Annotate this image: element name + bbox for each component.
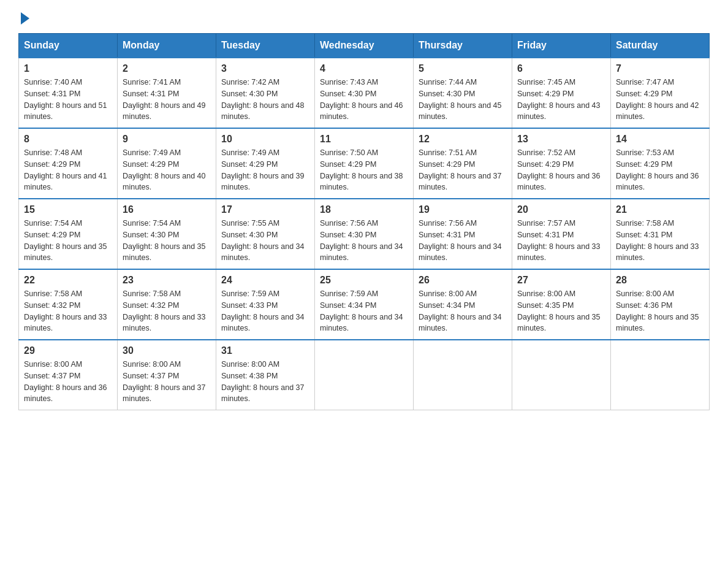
day-info: Sunrise: 7:55 AMSunset: 4:30 PMDaylight:… bbox=[221, 219, 305, 262]
day-info: Sunrise: 8:00 AMSunset: 4:37 PMDaylight:… bbox=[123, 360, 206, 403]
calendar-cell: 17Sunrise: 7:55 AMSunset: 4:30 PMDayligh… bbox=[216, 199, 315, 269]
day-info: Sunrise: 7:40 AMSunset: 4:31 PMDaylight:… bbox=[24, 78, 107, 121]
day-info: Sunrise: 7:53 AMSunset: 4:29 PMDaylight:… bbox=[616, 148, 699, 191]
day-number: 2 bbox=[123, 63, 211, 74]
calendar-cell: 3Sunrise: 7:42 AMSunset: 4:30 PMDaylight… bbox=[216, 58, 315, 128]
day-info: Sunrise: 7:49 AMSunset: 4:29 PMDaylight:… bbox=[221, 148, 305, 191]
calendar-cell: 6Sunrise: 7:45 AMSunset: 4:29 PMDaylight… bbox=[512, 58, 611, 128]
calendar-cell: 26Sunrise: 8:00 AMSunset: 4:34 PMDayligh… bbox=[414, 269, 512, 340]
calendar-cell bbox=[611, 340, 710, 410]
calendar-cell: 21Sunrise: 7:58 AMSunset: 4:31 PMDayligh… bbox=[611, 199, 710, 269]
day-info: Sunrise: 7:58 AMSunset: 4:32 PMDaylight:… bbox=[24, 289, 107, 332]
header-tuesday: Tuesday bbox=[216, 34, 315, 58]
day-info: Sunrise: 7:59 AMSunset: 4:34 PMDaylight:… bbox=[320, 289, 403, 332]
day-number: 7 bbox=[616, 63, 704, 74]
day-number: 22 bbox=[24, 275, 112, 286]
day-number: 18 bbox=[320, 204, 408, 215]
day-number: 19 bbox=[419, 204, 507, 215]
day-number: 9 bbox=[123, 134, 211, 145]
day-number: 17 bbox=[221, 204, 309, 215]
day-info: Sunrise: 7:49 AMSunset: 4:29 PMDaylight:… bbox=[123, 148, 206, 191]
calendar-week-row: 8Sunrise: 7:48 AMSunset: 4:29 PMDaylight… bbox=[19, 128, 710, 199]
calendar-week-row: 22Sunrise: 7:58 AMSunset: 4:32 PMDayligh… bbox=[19, 269, 710, 340]
day-number: 28 bbox=[616, 275, 704, 286]
calendar-cell: 29Sunrise: 8:00 AMSunset: 4:37 PMDayligh… bbox=[19, 340, 118, 410]
header-friday: Friday bbox=[512, 34, 611, 58]
calendar-cell: 1Sunrise: 7:40 AMSunset: 4:31 PMDaylight… bbox=[19, 58, 118, 128]
calendar-cell: 9Sunrise: 7:49 AMSunset: 4:29 PMDaylight… bbox=[118, 128, 216, 199]
calendar-cell: 5Sunrise: 7:44 AMSunset: 4:30 PMDaylight… bbox=[414, 58, 512, 128]
calendar-cell: 11Sunrise: 7:50 AMSunset: 4:29 PMDayligh… bbox=[315, 128, 414, 199]
calendar-cell: 14Sunrise: 7:53 AMSunset: 4:29 PMDayligh… bbox=[611, 128, 710, 199]
calendar-cell: 30Sunrise: 8:00 AMSunset: 4:37 PMDayligh… bbox=[118, 340, 216, 410]
day-number: 8 bbox=[24, 134, 112, 145]
day-info: Sunrise: 7:42 AMSunset: 4:30 PMDaylight:… bbox=[221, 78, 305, 121]
day-number: 3 bbox=[221, 63, 309, 74]
day-number: 23 bbox=[123, 275, 211, 286]
calendar-week-row: 1Sunrise: 7:40 AMSunset: 4:31 PMDaylight… bbox=[19, 58, 710, 128]
day-info: Sunrise: 7:44 AMSunset: 4:30 PMDaylight:… bbox=[419, 78, 502, 121]
day-number: 25 bbox=[320, 275, 408, 286]
calendar-table: SundayMondayTuesdayWednesdayThursdayFrid… bbox=[18, 33, 710, 410]
day-number: 24 bbox=[221, 275, 309, 286]
logo-general-text bbox=[18, 12, 29, 25]
day-number: 26 bbox=[419, 275, 507, 286]
day-number: 14 bbox=[616, 134, 704, 145]
day-info: Sunrise: 7:56 AMSunset: 4:31 PMDaylight:… bbox=[419, 219, 502, 262]
calendar-cell: 25Sunrise: 7:59 AMSunset: 4:34 PMDayligh… bbox=[315, 269, 414, 340]
calendar-cell: 19Sunrise: 7:56 AMSunset: 4:31 PMDayligh… bbox=[414, 199, 512, 269]
calendar-cell bbox=[414, 340, 512, 410]
header-sunday: Sunday bbox=[19, 34, 118, 58]
calendar-cell: 4Sunrise: 7:43 AMSunset: 4:30 PMDaylight… bbox=[315, 58, 414, 128]
day-info: Sunrise: 7:51 AMSunset: 4:29 PMDaylight:… bbox=[419, 148, 502, 191]
day-info: Sunrise: 7:50 AMSunset: 4:29 PMDaylight:… bbox=[320, 148, 403, 191]
day-info: Sunrise: 7:47 AMSunset: 4:29 PMDaylight:… bbox=[616, 78, 699, 121]
day-info: Sunrise: 7:59 AMSunset: 4:33 PMDaylight:… bbox=[221, 289, 305, 332]
header-monday: Monday bbox=[118, 34, 216, 58]
day-info: Sunrise: 7:56 AMSunset: 4:30 PMDaylight:… bbox=[320, 219, 403, 262]
day-number: 5 bbox=[419, 63, 507, 74]
logo-arrow-icon bbox=[21, 12, 29, 25]
calendar-cell: 15Sunrise: 7:54 AMSunset: 4:29 PMDayligh… bbox=[19, 199, 118, 269]
calendar-cell: 31Sunrise: 8:00 AMSunset: 4:38 PMDayligh… bbox=[216, 340, 315, 410]
day-number: 10 bbox=[221, 134, 309, 145]
calendar-cell: 7Sunrise: 7:47 AMSunset: 4:29 PMDaylight… bbox=[611, 58, 710, 128]
day-info: Sunrise: 7:48 AMSunset: 4:29 PMDaylight:… bbox=[24, 148, 107, 191]
day-number: 29 bbox=[24, 345, 112, 356]
day-info: Sunrise: 8:00 AMSunset: 4:38 PMDaylight:… bbox=[221, 360, 305, 403]
header-thursday: Thursday bbox=[414, 34, 512, 58]
calendar-cell: 28Sunrise: 8:00 AMSunset: 4:36 PMDayligh… bbox=[611, 269, 710, 340]
calendar-cell: 12Sunrise: 7:51 AMSunset: 4:29 PMDayligh… bbox=[414, 128, 512, 199]
day-number: 1 bbox=[24, 63, 112, 74]
calendar-cell: 23Sunrise: 7:58 AMSunset: 4:32 PMDayligh… bbox=[118, 269, 216, 340]
calendar-week-row: 15Sunrise: 7:54 AMSunset: 4:29 PMDayligh… bbox=[19, 199, 710, 269]
day-number: 15 bbox=[24, 204, 112, 215]
calendar-cell: 10Sunrise: 7:49 AMSunset: 4:29 PMDayligh… bbox=[216, 128, 315, 199]
day-info: Sunrise: 8:00 AMSunset: 4:36 PMDaylight:… bbox=[616, 289, 699, 332]
calendar-cell: 20Sunrise: 7:57 AMSunset: 4:31 PMDayligh… bbox=[512, 199, 611, 269]
day-number: 31 bbox=[221, 345, 309, 356]
day-info: Sunrise: 7:43 AMSunset: 4:30 PMDaylight:… bbox=[320, 78, 403, 121]
calendar-cell: 22Sunrise: 7:58 AMSunset: 4:32 PMDayligh… bbox=[19, 269, 118, 340]
day-info: Sunrise: 7:57 AMSunset: 4:31 PMDaylight:… bbox=[517, 219, 601, 262]
calendar-cell: 24Sunrise: 7:59 AMSunset: 4:33 PMDayligh… bbox=[216, 269, 315, 340]
calendar-cell bbox=[315, 340, 414, 410]
day-info: Sunrise: 7:54 AMSunset: 4:30 PMDaylight:… bbox=[123, 219, 206, 262]
day-number: 6 bbox=[517, 63, 605, 74]
calendar-cell: 8Sunrise: 7:48 AMSunset: 4:29 PMDaylight… bbox=[19, 128, 118, 199]
page-header bbox=[18, 12, 710, 21]
day-number: 13 bbox=[517, 134, 605, 145]
day-number: 11 bbox=[320, 134, 408, 145]
day-info: Sunrise: 7:52 AMSunset: 4:29 PMDaylight:… bbox=[517, 148, 601, 191]
header-wednesday: Wednesday bbox=[315, 34, 414, 58]
calendar-cell bbox=[512, 340, 611, 410]
calendar-week-row: 29Sunrise: 8:00 AMSunset: 4:37 PMDayligh… bbox=[19, 340, 710, 410]
day-number: 16 bbox=[123, 204, 211, 215]
day-number: 20 bbox=[517, 204, 605, 215]
day-info: Sunrise: 8:00 AMSunset: 4:35 PMDaylight:… bbox=[517, 289, 601, 332]
calendar-cell: 27Sunrise: 8:00 AMSunset: 4:35 PMDayligh… bbox=[512, 269, 611, 340]
day-number: 27 bbox=[517, 275, 605, 286]
day-number: 21 bbox=[616, 204, 704, 215]
calendar-cell: 16Sunrise: 7:54 AMSunset: 4:30 PMDayligh… bbox=[118, 199, 216, 269]
header-saturday: Saturday bbox=[611, 34, 710, 58]
